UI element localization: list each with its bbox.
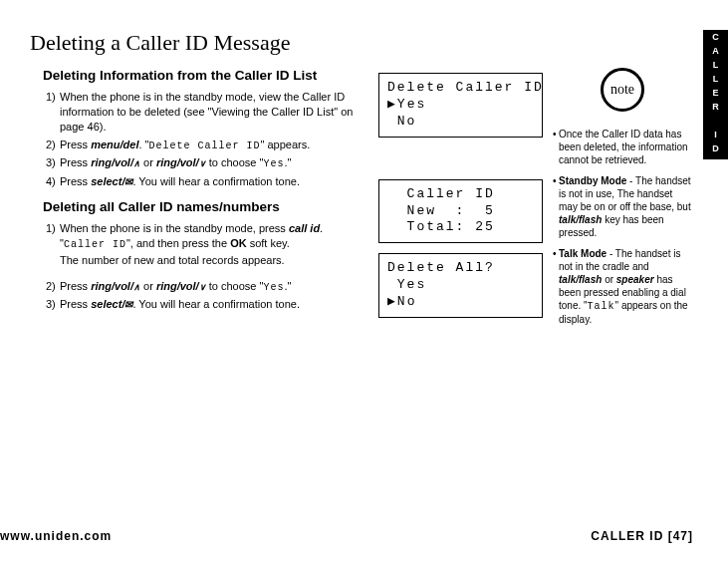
step-text-post: . You will hear a confirmation tone. [132,175,300,187]
step-text-mid: to choose " [206,280,264,292]
step-number: 1) [46,221,56,236]
step-2-2: 2) Press ring/vol/ or ring/vol/ to choos… [46,279,368,295]
step-text-pre: Press [60,175,91,187]
step-text-post: ." [284,156,291,168]
step-mono: Yes [263,158,284,169]
step-1-4: 4) Press select/. You will hear a confir… [46,174,368,189]
step-text: When the phone is in the standby mode, v… [60,91,353,133]
step-text-pre: Press [60,280,91,292]
step-list-1: 1) When the phone is in the standby mode… [46,90,368,188]
note-key: talk/flash [559,214,602,225]
page-title: Deleting a Caller ID Message [30,30,728,56]
step-mono: Caller ID [64,239,126,250]
step-number: 3) [46,155,56,170]
section-tab: CALLER ID [703,30,728,159]
step-text-pre: Press [60,139,91,150]
step-text-mid2: ", and then press the [126,237,230,249]
step-text-pre: Press [60,298,91,310]
section-tab-label: CALLER ID [711,32,721,157]
step-key: menu/del [91,139,138,150]
arrow-up-icon [133,280,140,292]
step-text-post: " appears. [261,139,311,150]
step-key: select/ [91,298,132,310]
step-number: 3) [46,297,56,312]
step-key: call id [289,222,320,234]
content-body: Deleting Information from the Caller ID … [30,68,728,334]
step-text-post: ." [284,280,291,292]
lcd-display-3: Delete All? Yes ▶No [378,253,543,318]
lcd-display-2: Caller ID New : 5 Total: 25 [378,179,543,244]
step-1-2: 2) Press menu/del. "Delete Caller ID" ap… [46,138,368,153]
step-number: 2) [46,279,56,294]
note-key: speaker [616,274,654,285]
note-key: talk/flash [559,274,602,285]
step-1-3: 3) Press ring/vol/ or ring/vol/ to choos… [46,155,368,171]
step-number: 1) [46,90,56,105]
notes-column: note Once the Caller ID data has been de… [553,68,692,334]
step-text-pre: When the phone is in the standby mode, p… [60,222,289,234]
note-item-3: Talk Mode - The handset is not in the cr… [553,247,692,326]
arrow-down-icon [199,280,206,292]
step-ok: OK [230,237,247,249]
step-or: or [140,280,156,292]
step-2-1: 1) When the phone is in the standby mode… [46,221,368,251]
note-item-1: Once the Caller ID data has been deleted… [553,128,692,166]
step-mono: Yes [263,282,284,293]
arrow-down-icon [199,156,206,168]
note-label: note [610,82,634,98]
lcd-display-1: Delete Caller ID ▶Yes No [378,73,543,138]
step-2-3: 3) Press select/. You will hear a confir… [46,297,368,312]
step-number: 2) [46,138,56,152]
step-text-mid: . " [138,139,148,150]
step-text-post: soft key. [247,237,290,249]
footer-url: www.uniden.com [0,529,112,543]
step-key: ring/vol/ [156,156,206,168]
note-bold: Standby Mode [559,175,626,186]
step-mono: Delete Caller ID [149,141,261,151]
note-bold: Talk Mode [559,248,607,259]
note-mono: Talk [588,301,615,312]
step-continuation: The number of new and total records appe… [46,253,368,268]
note-list: Once the Caller ID data has been deleted… [553,128,692,326]
step-text-post: . You will hear a confirmation tone. [132,298,300,310]
step-or: or [140,156,156,168]
note-icon: note [601,68,644,112]
arrow-up-icon [133,156,140,168]
instructions-column: Deleting Information from the Caller ID … [30,68,368,334]
step-key: ring/vol/ [91,280,140,292]
step-1-1: 1) When the phone is in the standby mode… [46,90,368,135]
section-heading-1: Deleting Information from the Caller ID … [43,68,368,84]
note-text: Once the Caller ID data has been deleted… [559,129,688,165]
note-or: or [602,274,615,285]
step-list-2: 1) When the phone is in the standby mode… [46,221,368,313]
step-text-pre: Press [60,156,91,168]
step-number: 4) [46,174,56,189]
section-heading-2: Deleting all Caller ID names/numbers [43,199,368,215]
lcd-column: Delete Caller ID ▶Yes No Caller ID New :… [378,68,543,334]
step-text-mid: to choose " [206,156,264,168]
footer-page: CALLER ID [47] [591,529,693,543]
step-key: ring/vol/ [156,280,206,292]
step-key: select/ [91,175,132,187]
note-item-2: Standby Mode - The handset is not in use… [553,174,692,239]
footer: www.uniden.com CALLER ID [47] [0,529,693,543]
step-key: ring/vol/ [91,156,140,168]
